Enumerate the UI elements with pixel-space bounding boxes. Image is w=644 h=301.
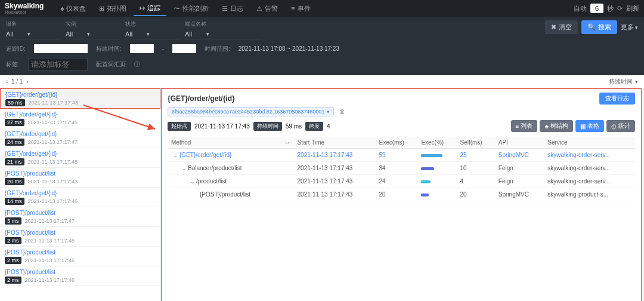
trace-item[interactable]: {GET}/order/get/{id}24 ms2021-11-13 17:1…	[0, 128, 160, 148]
col-expand[interactable]: ↔	[281, 137, 294, 149]
filter-bar: 服务 All▾ 实例 All▾ 状态 All▾ 端点名称 All▾ ✖清空 🔍搜…	[0, 17, 644, 43]
trace-name: {POST}/product/list	[5, 210, 156, 216]
chevron-down-icon: ▾	[206, 31, 209, 37]
trace-item[interactable]: {POST}/product/list2 ms2021-11-13 17:17:…	[0, 266, 160, 286]
span-method: {POST}/product/list	[200, 191, 250, 198]
col-exec-ms[interactable]: Exec(ms)	[376, 137, 418, 149]
view-table-button[interactable]: ▦ 表格	[575, 120, 604, 132]
auto-label: 自动	[574, 4, 587, 13]
view-stats-button[interactable]: ◴ 统计	[606, 120, 635, 132]
search-button[interactable]: 🔍搜索	[581, 20, 617, 34]
trace-item[interactable]: {POST}/product/list3 ms2021-11-13 17:17:…	[0, 207, 160, 227]
nav-tabs: ♠仪表盘 ⊞拓扑图 ↦追踪 〜性能剖析 ☰日志 ⚠告警 ≡事件	[54, 1, 316, 16]
pager-next[interactable]: ›	[26, 78, 28, 85]
more-dropdown[interactable]: 更多▾	[621, 23, 638, 32]
caret-icon[interactable]: ⌄	[190, 179, 195, 185]
span-start: 2021-11-13 17:17:43	[294, 188, 376, 201]
close-icon: ✖	[551, 23, 556, 31]
duration-to-input[interactable]	[172, 44, 196, 53]
duration-badge: 59 ms	[5, 99, 25, 106]
tag-input[interactable]	[28, 58, 88, 70]
trace-time: 2021-11-13 17:17:47	[28, 139, 78, 145]
trace-time: 2021-11-13 17:17:47	[25, 218, 75, 224]
state-filter[interactable]: 状态 All▾	[125, 20, 179, 39]
nav-trace[interactable]: ↦追踪	[134, 1, 166, 16]
col-api[interactable]: API	[495, 137, 544, 149]
log-icon: ☰	[222, 5, 228, 13]
nav-topology[interactable]: ⊞拓扑图	[93, 1, 132, 16]
trace-item[interactable]: {GET}/order/get/{id}59 ms2021-11-13 17:1…	[0, 88, 160, 109]
refresh-icon[interactable]: ⟳	[617, 5, 623, 13]
logo: Skywalking Rocketbot	[5, 2, 44, 15]
time-label: 时间范围:	[205, 45, 230, 53]
start-value: 2021-11-13 17:17:43	[194, 123, 250, 130]
keyword-label: 配置词汇页	[96, 60, 126, 69]
trace-item[interactable]: {POST}/product/list2 ms2021-11-13 17:17:…	[0, 227, 160, 247]
nav-alarm[interactable]: ⚠告警	[250, 1, 284, 16]
duration-label: 持续时间:	[96, 45, 122, 53]
clear-button[interactable]: ✖清空	[545, 20, 578, 34]
chevron-down-icon: ▾	[27, 31, 30, 37]
trace-time: 2021-11-13 17:17:46	[28, 198, 78, 204]
view-log-button[interactable]: 查看日志	[599, 93, 635, 105]
col-exec-pct[interactable]: Exec(%)	[417, 137, 456, 149]
table-row[interactable]: {POST}/product/list2021-11-13 17:17:4320…	[168, 188, 635, 201]
nav-log[interactable]: ☰日志	[216, 1, 249, 16]
info-icon[interactable]: ⓘ	[134, 60, 140, 69]
span-api: SpringMVC	[495, 149, 544, 162]
nav-profile[interactable]: 〜性能剖析	[168, 1, 215, 16]
trace-list: {GET}/order/get/{id}59 ms2021-11-13 17:1…	[0, 88, 161, 301]
pager-prev[interactable]: ‹	[6, 78, 8, 85]
exec-bar	[421, 180, 431, 183]
trace-time: 2021-11-13 17:17:43	[29, 100, 79, 106]
trace-name: {GET}/order/get/{id}	[5, 190, 156, 196]
profile-icon: 〜	[174, 4, 180, 13]
trace-name: {POST}/product/list	[5, 229, 156, 236]
sec-unit: 秒	[607, 4, 614, 13]
time-range[interactable]: 2021-11-13 17:08 ~ 2021-11-13 17:23	[239, 45, 339, 52]
trace-id-chip[interactable]: 6f5ac258ba984bec89ca7ae2445230bd.82.1636…	[168, 107, 334, 116]
col-method[interactable]: Method	[168, 137, 281, 149]
duration-badge: 2 ms	[5, 257, 21, 264]
table-row[interactable]: ⌄{GET}/order/get/{id}2021-11-13 17:17:43…	[168, 149, 635, 162]
duration-badge: 24 ms	[5, 139, 24, 146]
trace-item[interactable]: {GET}/order/get/{id}27 ms2021-11-13 17:1…	[0, 109, 160, 128]
nav-dashboard[interactable]: ♠仪表盘	[54, 1, 92, 16]
view-tree-button[interactable]: ♣ 树结构	[540, 120, 573, 132]
delete-icon[interactable]: 🗑	[339, 108, 345, 115]
service-filter[interactable]: 服务 All▾	[6, 20, 60, 39]
trace-item[interactable]: {GET}/order/get/{id}14 ms2021-11-13 17:1…	[0, 188, 160, 207]
caret-icon[interactable]: ⌄	[174, 152, 178, 158]
trace-item[interactable]: {POST}/product/list2 ms2021-11-13 17:17:…	[0, 247, 160, 266]
trace-time: 2021-11-13 17:17:43	[28, 179, 78, 185]
table-row[interactable]: ⌄/product/list2021-11-13 17:17:43244Feig…	[168, 175, 635, 188]
filter-row-3: 标签: 配置词汇页 ⓘ	[0, 58, 644, 75]
trace-name: {GET}/order/get/{id}	[5, 111, 156, 118]
trace-name: {GET}/order/get/{id}	[5, 91, 155, 98]
span-service: skywalking-product-s...	[544, 188, 635, 201]
endpoint-filter[interactable]: 端点名称 All▾	[185, 20, 262, 39]
trace-item[interactable]: {GET}/order/get/{id}21 ms2021-11-13 17:1…	[0, 148, 160, 168]
col-self[interactable]: Self(ms)	[456, 137, 494, 149]
caret-icon[interactable]: ⌄	[182, 165, 187, 171]
detail-title: {GET}/order/get/{id}	[168, 94, 235, 103]
trace-item[interactable]: {POST}/product/list20 ms2021-11-13 17:17…	[0, 168, 160, 188]
duration-from-input[interactable]	[130, 44, 154, 53]
refresh-seconds[interactable]: 6	[590, 4, 603, 13]
refresh-label[interactable]: 刷新	[626, 4, 639, 13]
table-row[interactable]: ⌄Balancer/product/list2021-11-13 17:17:4…	[168, 162, 635, 175]
span-table: Method ↔ Start Time Exec(ms) Exec(%) Sel…	[168, 137, 635, 201]
nav-event[interactable]: ≡事件	[285, 1, 316, 16]
col-start[interactable]: Start Time	[294, 137, 376, 149]
view-list-button[interactable]: ≡ 列表	[511, 120, 538, 132]
trace-time: 2021-11-13 17:17:46	[25, 257, 75, 263]
chevron-down-icon: ▾	[635, 79, 638, 85]
instance-filter[interactable]: 实例 All▾	[66, 20, 119, 39]
duration-badge: 3 ms	[5, 217, 21, 225]
trace-time: 2021-11-13 17:17:45	[28, 119, 78, 125]
duration-badge: 14 ms	[5, 198, 24, 205]
trace-id-input[interactable]	[34, 44, 88, 53]
col-service[interactable]: Service	[544, 137, 635, 149]
sort-label[interactable]: 持续时间	[609, 78, 633, 86]
span-exec-ms: 59	[376, 149, 418, 162]
